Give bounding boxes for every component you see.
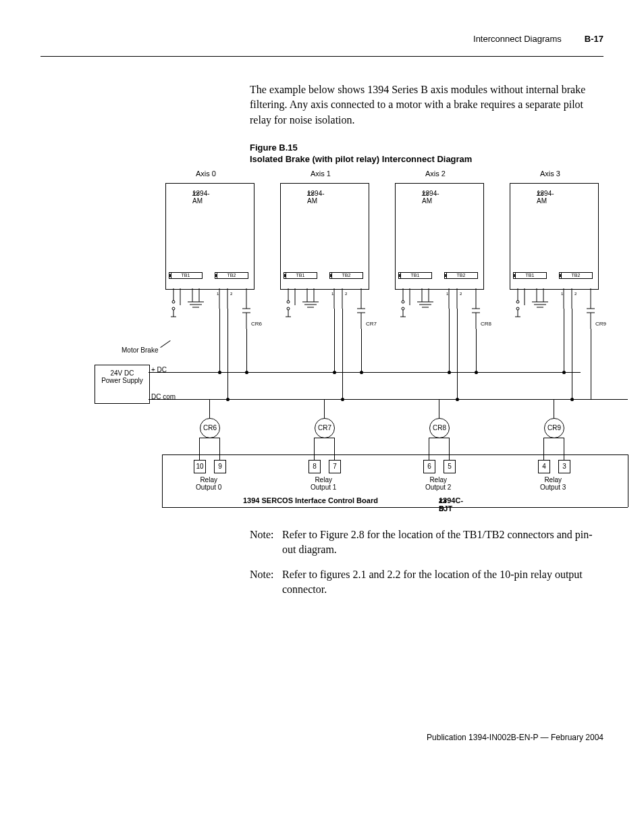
- axis-2-pin-a: 6: [423, 460, 435, 473]
- figure-caption: Figure B.15 Isolated Brake (with pilot r…: [250, 142, 603, 165]
- figure-notes: Note: Refer to Figure 2.8 for the locati…: [250, 527, 603, 598]
- axis-2-schematic: 12: [395, 288, 486, 342]
- svg-point-40: [402, 301, 404, 303]
- svg-point-3: [172, 307, 175, 310]
- rail-pos: [149, 372, 581, 373]
- board-bottom: [162, 507, 628, 508]
- axis-2-cr-circle: CR8: [429, 418, 450, 438]
- axis-2-label: Axis 2: [425, 170, 446, 178]
- axis-1-tb1: 1234 TB1: [284, 272, 317, 279]
- axis-2-relay: Relay Output 2: [425, 476, 451, 491]
- header-rule: [41, 56, 603, 57]
- svg-point-59: [516, 301, 519, 303]
- motor-brake-label: Motor Brake: [122, 346, 158, 354]
- note-2: Note: Refer to figures 2.1 and 2.2 for t…: [250, 567, 603, 598]
- axis-1-tb2: 1234 TB2: [329, 272, 363, 279]
- svg-text:2: 2: [230, 292, 233, 296]
- svg-text:1: 1: [446, 292, 449, 296]
- svg-point-41: [402, 307, 404, 310]
- axis-2-pin-b: 5: [444, 460, 456, 473]
- axis-1-cr-circle: CR7: [315, 418, 335, 438]
- axis-3-tb1: 1234 TB1: [513, 272, 547, 279]
- svg-point-21: [287, 301, 290, 303]
- svg-point-60: [516, 307, 519, 310]
- axis-0-cr-contact: CR6: [251, 321, 262, 327]
- page-header: Interconnect Diagrams B-17: [41, 34, 603, 47]
- figure-title: Isolated Brake (with pilot relay) Interc…: [250, 154, 603, 165]
- axis-0-crline: [209, 399, 210, 419]
- svg-text:2: 2: [574, 292, 577, 296]
- board-left: [162, 454, 163, 507]
- axis-1-pin-a: 8: [308, 460, 321, 473]
- svg-text:2: 2: [345, 292, 348, 296]
- psu-box: 24V DC Power Supply: [95, 365, 150, 404]
- axis-3-pin-b: 3: [558, 460, 570, 473]
- axis-2-cr-contact: CR8: [481, 321, 491, 327]
- rail-neg: [149, 399, 628, 400]
- svg-text:2: 2: [460, 292, 462, 296]
- svg-text:1: 1: [217, 292, 219, 296]
- axis-0-cr-circle: CR6: [200, 418, 220, 438]
- interconnect-diagram: 1394 SERCOS Interface Control Board 1394…: [95, 170, 628, 515]
- axis-0-drop2: [227, 309, 228, 399]
- intro-paragraph: The example below shows 1394 Series B ax…: [250, 82, 603, 128]
- axis-3-cr-contact: CR9: [595, 321, 606, 327]
- axis-3-cr-circle: CR9: [544, 418, 564, 438]
- axis-2-tb2: 1234 TB2: [444, 272, 478, 279]
- svg-text:1: 1: [331, 292, 334, 296]
- axis-0-drop1: [219, 309, 220, 372]
- svg-point-22: [287, 307, 290, 310]
- axis-3-relay: Relay Output 3: [540, 476, 566, 491]
- figure-number: Figure B.15: [250, 142, 603, 154]
- axis-1-cr-contact: CR7: [366, 321, 377, 327]
- axis-3-tb2: 1234 TB2: [559, 272, 593, 279]
- axis-0-tb1: 1234 TB1: [169, 272, 203, 279]
- axis-0-tb2: 1234 TB2: [215, 272, 248, 279]
- section-title: Interconnect Diagrams: [473, 34, 562, 44]
- axis-0-schematic: 12: [165, 288, 257, 342]
- note-1: Note: Refer to Figure 2.8 for the locati…: [250, 527, 603, 558]
- board-right: [628, 454, 628, 507]
- board-label-left: 1394 SERCOS Interface Control Board: [243, 496, 378, 504]
- axis-0-pin-a: 10: [194, 460, 206, 473]
- board-top: [162, 454, 628, 455]
- svg-text:1: 1: [561, 292, 564, 296]
- publication-footer: Publication 1394-IN002B-EN-P — February …: [41, 733, 603, 742]
- axis-3-pin-a: 4: [538, 460, 550, 473]
- axis-0-relay: Relay Output 0: [196, 476, 221, 491]
- svg-point-2: [172, 301, 175, 303]
- axis-0-drop3: [246, 329, 247, 372]
- axis-1-pin-b: 7: [329, 460, 341, 473]
- axis-0-label: Axis 0: [196, 170, 216, 178]
- axis-1-schematic: 12: [280, 288, 371, 342]
- axis-1-label: Axis 1: [311, 170, 331, 178]
- axis-0-pin-b: 9: [214, 460, 226, 473]
- axis-3-schematic: 12: [510, 288, 601, 342]
- axis-3-label: Axis 3: [540, 170, 560, 178]
- axis-1-relay: Relay Output 1: [311, 476, 336, 491]
- axis-2-tb1: 1234 TB1: [398, 272, 432, 279]
- page-number: B-17: [585, 34, 603, 44]
